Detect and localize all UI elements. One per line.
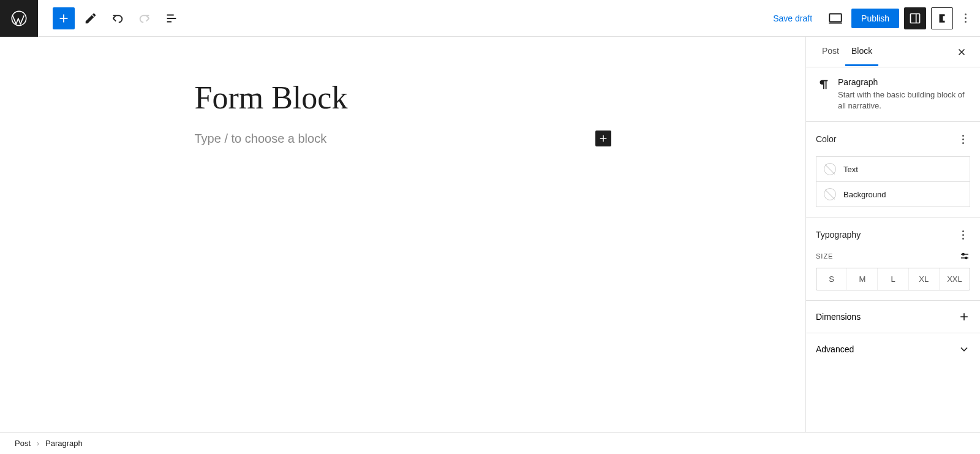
typography-panel-menu-icon[interactable] [956,227,970,242]
size-s[interactable]: S [816,268,847,290]
top-toolbar: Save draft Publish [0,0,980,37]
size-row-header: SIZE [816,251,970,262]
breadcrumb-separator-icon: › [37,439,39,448]
svg-point-5 [962,254,964,255]
background-color-button[interactable]: Background [816,181,970,207]
text-color-label: Text [843,165,858,174]
typography-panel: Typography SIZE S M L XL XXL [806,218,980,301]
post-title[interactable]: Form Block [195,80,611,116]
size-settings-icon[interactable] [959,251,970,262]
paragraph-block[interactable]: Type / to choose a block [195,131,611,146]
size-xxl[interactable]: XXL [940,268,970,290]
breadcrumb-leaf[interactable]: Paragraph [45,439,83,448]
dimensions-panel-header[interactable]: Dimensions [806,301,980,333]
font-size-options: S M L XL XXL [816,268,970,290]
redo-icon [134,7,156,29]
text-color-button[interactable]: Text [816,156,970,181]
close-sidebar-icon[interactable] [953,44,970,61]
publish-button[interactable]: Publish [851,9,899,28]
post-content: Form Block Type / to choose a block [195,80,611,146]
typography-panel-title: Typography [816,230,861,240]
undo-icon[interactable] [107,7,129,29]
svg-rect-2 [911,13,920,23]
save-draft-button[interactable]: Save draft [766,10,820,27]
background-color-swatch-icon [824,188,836,200]
block-info: Paragraph Start with the basic building … [806,67,980,122]
tab-block[interactable]: Block [845,37,878,66]
color-panel-title: Color [816,134,836,144]
text-color-swatch-icon [824,163,836,175]
sidebar-tabs: Post Block [806,37,980,67]
tab-post[interactable]: Post [816,37,845,66]
color-panel-header[interactable]: Color [816,132,970,146]
edit-tool-icon[interactable] [80,7,102,29]
toolbar-left [0,0,183,36]
chevron-down-icon [958,343,970,355]
advanced-panel-header[interactable]: Advanced [806,333,980,365]
toolbar-right: Save draft Publish [766,7,980,29]
block-description: Start with the basic building block of a… [838,89,970,112]
size-m[interactable]: M [847,268,878,290]
main-area: Form Block Type / to choose a block Post… [0,37,980,432]
svg-point-6 [965,257,967,259]
color-panel-menu-icon[interactable] [956,132,970,146]
background-color-label: Background [843,190,886,199]
plus-icon [958,311,970,323]
editor-canvas[interactable]: Form Block Type / to choose a block [0,37,805,432]
svg-rect-1 [829,13,842,21]
dimensions-panel-title: Dimensions [816,312,861,322]
breadcrumb-footer: Post › Paragraph [0,432,980,454]
size-xl[interactable]: XL [909,268,940,290]
color-panel-body: Text Background [816,156,970,207]
color-panel: Color Text Background [806,122,980,218]
options-menu-icon[interactable] [958,11,973,26]
typography-panel-header[interactable]: Typography [816,227,970,242]
wordpress-logo[interactable] [0,0,38,37]
advanced-panel-title: Advanced [816,344,854,354]
breadcrumb-root[interactable]: Post [15,439,31,448]
size-l[interactable]: L [878,268,908,290]
block-title: Paragraph [838,77,970,87]
size-label: SIZE [816,252,833,260]
paragraph-placeholder[interactable]: Type / to choose a block [195,132,559,146]
inline-add-block-button[interactable] [595,131,611,146]
settings-sidebar: Post Block Paragraph Start with the basi… [805,37,980,432]
plugin-panel-button[interactable] [931,7,953,29]
preview-button[interactable] [824,7,846,29]
svg-rect-4 [943,16,947,21]
toolbar-actions [38,7,183,29]
paragraph-icon [816,77,831,92]
add-block-button[interactable] [53,7,75,29]
document-outline-icon[interactable] [160,7,183,29]
settings-sidebar-toggle[interactable] [904,7,926,29]
